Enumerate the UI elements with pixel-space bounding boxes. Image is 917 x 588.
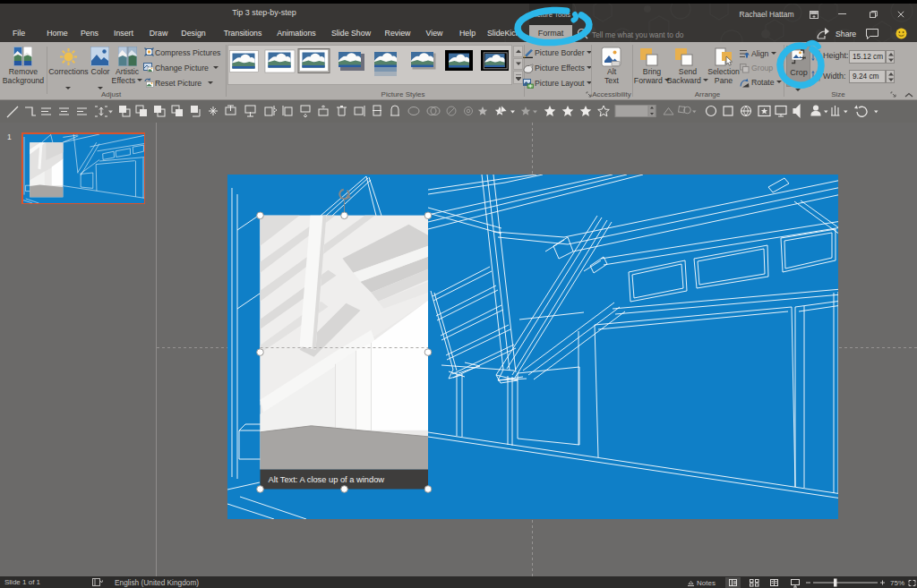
svg-text:75%: 75% xyxy=(890,579,904,587)
svg-text:Notes: Notes xyxy=(697,579,716,587)
svg-text:Alt Text: A close up of a wind: Alt Text: A close up of a window xyxy=(269,475,385,484)
